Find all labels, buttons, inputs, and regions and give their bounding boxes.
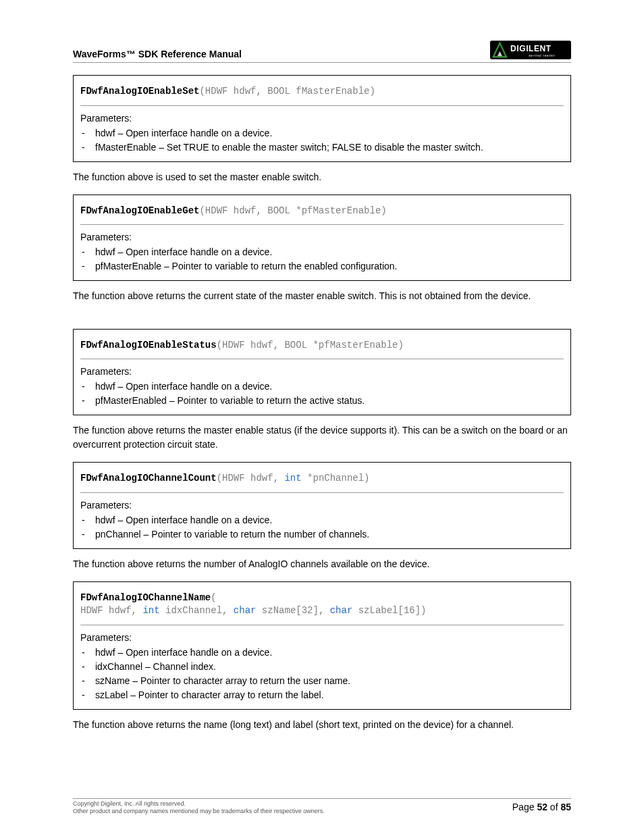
function-description: The function above returns the current s… — [73, 289, 571, 303]
param-row: -pfMasterEnabled – Pointer to variable t… — [80, 394, 564, 408]
function-description: The function above returns the name (lon… — [73, 718, 571, 731]
param-row: -pfMasterEnable – Pointer to variable to… — [80, 259, 564, 273]
divider — [80, 105, 564, 106]
function-signature: FDwfAnalogIOEnableGet(HDWF hdwf, BOOL *p… — [80, 201, 564, 225]
param-row: -fMasterEnable – Set TRUE to enable the … — [80, 140, 564, 155]
function-signature: FDwfAnalogIOEnableStatus(HDWF hdwf, BOOL… — [80, 335, 564, 359]
function-description: The function above returns the number of… — [73, 557, 571, 571]
parameters-label: Parameters: — [80, 366, 564, 377]
function-block: FDwfAnalogIOEnableSet(HDWF hdwf, BOOL fM… — [73, 75, 571, 162]
parameters-label: Parameters: — [80, 232, 564, 242]
parameters-label: Parameters: — [80, 632, 564, 643]
param-row: -szName – Pointer to character array to … — [80, 674, 564, 688]
page-number: Page 52 of 85 — [512, 800, 571, 812]
document-title: WaveForms™ SDK Reference Manual — [73, 49, 242, 59]
param-row: -hdwf – Open interface handle on a devic… — [80, 513, 564, 527]
function-signature: FDwfAnalogIOChannelCount(HDWF hdwf, int … — [80, 468, 564, 492]
param-row: -pnChannel – Pointer to variable to retu… — [80, 527, 564, 542]
footer-copyright: Copyright Digilent, Inc. All rights rese… — [73, 800, 325, 815]
function-description: The function above returns the master en… — [73, 423, 571, 451]
digilent-logo: DIGILENT BEYOND THEORY — [490, 41, 571, 59]
function-signature: FDwfAnalogIOEnableSet(HDWF hdwf, BOOL fM… — [80, 81, 564, 105]
param-row: -szLabel – Pointer to character array to… — [80, 688, 564, 702]
page-header: WaveForms™ SDK Reference Manual DIGILENT… — [73, 41, 571, 63]
function-block: FDwfAnalogIOChannelCount(HDWF hdwf, int … — [73, 462, 571, 549]
function-description: The function above is used to set the ma… — [73, 170, 571, 184]
logo-tagline-text: BEYOND THEORY — [529, 55, 556, 57]
param-row: -hdwf – Open interface handle on a devic… — [80, 126, 564, 140]
divider — [80, 224, 564, 225]
page-footer: Copyright Digilent, Inc. All rights rese… — [73, 798, 571, 815]
function-block: FDwfAnalogIOEnableStatus(HDWF hdwf, BOOL… — [73, 329, 571, 416]
param-row: -idxChannel – Channel index. — [80, 660, 564, 674]
divider — [80, 492, 564, 493]
function-block: FDwfAnalogIOEnableGet(HDWF hdwf, BOOL *p… — [73, 194, 571, 282]
parameters-label: Parameters: — [80, 113, 564, 124]
param-row: -hdwf – Open interface handle on a devic… — [80, 646, 564, 660]
divider — [80, 625, 564, 625]
function-block: FDwfAnalogIOChannelName(HDWF hdwf, int i… — [73, 581, 571, 710]
divider — [80, 359, 564, 359]
param-row: -hdwf – Open interface handle on a devic… — [80, 245, 564, 259]
logo-brand-text: DIGILENT — [510, 44, 552, 53]
param-row: -hdwf – Open interface handle on a devic… — [80, 380, 564, 394]
function-signature: FDwfAnalogIOChannelName(HDWF hdwf, int i… — [80, 588, 564, 625]
parameters-label: Parameters: — [80, 500, 564, 511]
